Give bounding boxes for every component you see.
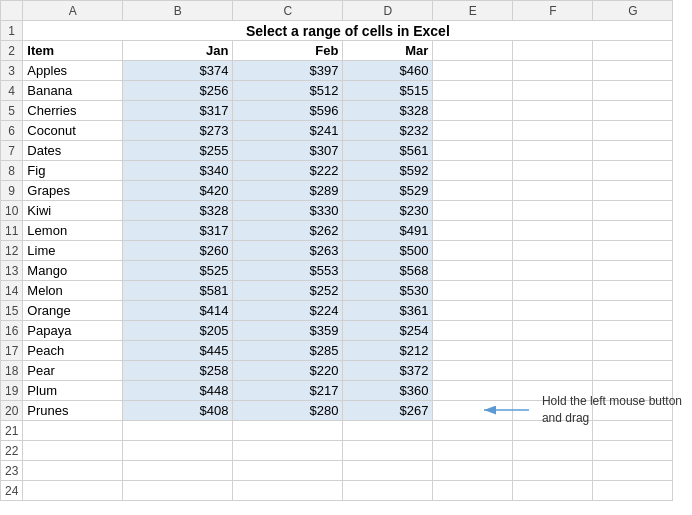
- cell-mar[interactable]: $372: [343, 361, 433, 381]
- cell-feb[interactable]: $307: [233, 141, 343, 161]
- cell-jan[interactable]: $205: [123, 321, 233, 341]
- cell-mar[interactable]: $530: [343, 281, 433, 301]
- cell-mar[interactable]: $561: [343, 141, 433, 161]
- cell-mar[interactable]: $267: [343, 401, 433, 421]
- cell-feb[interactable]: $263: [233, 241, 343, 261]
- cell-item[interactable]: Kiwi: [23, 201, 123, 221]
- cell-jan[interactable]: $328: [123, 201, 233, 221]
- cell-jan[interactable]: $340: [123, 161, 233, 181]
- cell-item[interactable]: Prunes: [23, 401, 123, 421]
- cell-jan[interactable]: $445: [123, 341, 233, 361]
- cell-item[interactable]: Banana: [23, 81, 123, 101]
- empty-cell-23-6: [593, 461, 673, 481]
- cell-mar[interactable]: $230: [343, 201, 433, 221]
- cell-feb[interactable]: $224: [233, 301, 343, 321]
- cell-jan[interactable]: $374: [123, 61, 233, 81]
- cell-item[interactable]: Lemon: [23, 221, 123, 241]
- col-header-g[interactable]: G: [593, 1, 673, 21]
- cell-item[interactable]: Peach: [23, 341, 123, 361]
- cell-jan[interactable]: $420: [123, 181, 233, 201]
- cell-feb[interactable]: $397: [233, 61, 343, 81]
- cell-item[interactable]: Orange: [23, 301, 123, 321]
- col-header-d[interactable]: D: [343, 1, 433, 21]
- cell-mar[interactable]: $460: [343, 61, 433, 81]
- cell-jan[interactable]: $408: [123, 401, 233, 421]
- cell-feb[interactable]: $596: [233, 101, 343, 121]
- cell-jan[interactable]: $273: [123, 121, 233, 141]
- cell-jan[interactable]: $317: [123, 101, 233, 121]
- col-header-c[interactable]: C: [233, 1, 343, 21]
- cell-mar[interactable]: $529: [343, 181, 433, 201]
- cell-jan[interactable]: $581: [123, 281, 233, 301]
- cell-mar[interactable]: $328: [343, 101, 433, 121]
- cell-feb[interactable]: $241: [233, 121, 343, 141]
- cell-item[interactable]: Cherries: [23, 101, 123, 121]
- corner-cell: [1, 1, 23, 21]
- cell-jan[interactable]: $317: [123, 221, 233, 241]
- cell-jan[interactable]: $448: [123, 381, 233, 401]
- cell-mar[interactable]: $360: [343, 381, 433, 401]
- cell-f-15: [513, 301, 593, 321]
- cell-mar[interactable]: $491: [343, 221, 433, 241]
- cell-item[interactable]: Dates: [23, 141, 123, 161]
- cell-mar[interactable]: $212: [343, 341, 433, 361]
- header-mar: Mar: [343, 41, 433, 61]
- cell-mar[interactable]: $254: [343, 321, 433, 341]
- cell-f-11: [513, 221, 593, 241]
- rownum-12: 12: [1, 241, 23, 261]
- cell-feb[interactable]: $220: [233, 361, 343, 381]
- empty-cell-24-2: [233, 481, 343, 501]
- cell-jan[interactable]: $414: [123, 301, 233, 321]
- row-3: 3Apples$374$397$460: [1, 61, 673, 81]
- cell-feb[interactable]: $217: [233, 381, 343, 401]
- cell-jan[interactable]: $525: [123, 261, 233, 281]
- rownum-15: 15: [1, 301, 23, 321]
- cell-item[interactable]: Lime: [23, 241, 123, 261]
- col-header-f[interactable]: F: [513, 1, 593, 21]
- col-header-e[interactable]: E: [433, 1, 513, 21]
- cell-feb[interactable]: $262: [233, 221, 343, 241]
- cell-feb[interactable]: $553: [233, 261, 343, 281]
- cell-jan[interactable]: $258: [123, 361, 233, 381]
- cell-jan[interactable]: $260: [123, 241, 233, 261]
- cell-feb[interactable]: $359: [233, 321, 343, 341]
- cell-e-3: [433, 61, 513, 81]
- cell-item[interactable]: Melon: [23, 281, 123, 301]
- cell-feb[interactable]: $285: [233, 341, 343, 361]
- cell-f-8: [513, 161, 593, 181]
- cell-feb[interactable]: $512: [233, 81, 343, 101]
- cell-mar[interactable]: $515: [343, 81, 433, 101]
- cell-item[interactable]: Pear: [23, 361, 123, 381]
- cell-mar[interactable]: $568: [343, 261, 433, 281]
- cell-feb[interactable]: $252: [233, 281, 343, 301]
- col-header-b[interactable]: B: [123, 1, 233, 21]
- cell-f-6: [513, 121, 593, 141]
- cell-jan[interactable]: $255: [123, 141, 233, 161]
- cell-mar[interactable]: $361: [343, 301, 433, 321]
- col-header-a[interactable]: A: [23, 1, 123, 21]
- cell-mar[interactable]: $232: [343, 121, 433, 141]
- cell-item[interactable]: Mango: [23, 261, 123, 281]
- rownum-6: 6: [1, 121, 23, 141]
- cell-g-6: [593, 121, 673, 141]
- cell-mar[interactable]: $500: [343, 241, 433, 261]
- cell-item[interactable]: Fig: [23, 161, 123, 181]
- cell-jan[interactable]: $256: [123, 81, 233, 101]
- row-15: 15Orange$414$224$361: [1, 301, 673, 321]
- cell-item[interactable]: Coconut: [23, 121, 123, 141]
- cell-g-7: [593, 141, 673, 161]
- cell-feb[interactable]: $280: [233, 401, 343, 421]
- cell-e-9: [433, 181, 513, 201]
- cell-item[interactable]: Apples: [23, 61, 123, 81]
- cell-item[interactable]: Papaya: [23, 321, 123, 341]
- cell-g-17: [593, 341, 673, 361]
- cell-feb[interactable]: $222: [233, 161, 343, 181]
- cell-mar[interactable]: $592: [343, 161, 433, 181]
- row-23: 23: [1, 461, 673, 481]
- empty-cell-21-0: [23, 421, 123, 441]
- cell-feb[interactable]: $289: [233, 181, 343, 201]
- cell-item[interactable]: Grapes: [23, 181, 123, 201]
- cell-f-7: [513, 141, 593, 161]
- cell-item[interactable]: Plum: [23, 381, 123, 401]
- cell-feb[interactable]: $330: [233, 201, 343, 221]
